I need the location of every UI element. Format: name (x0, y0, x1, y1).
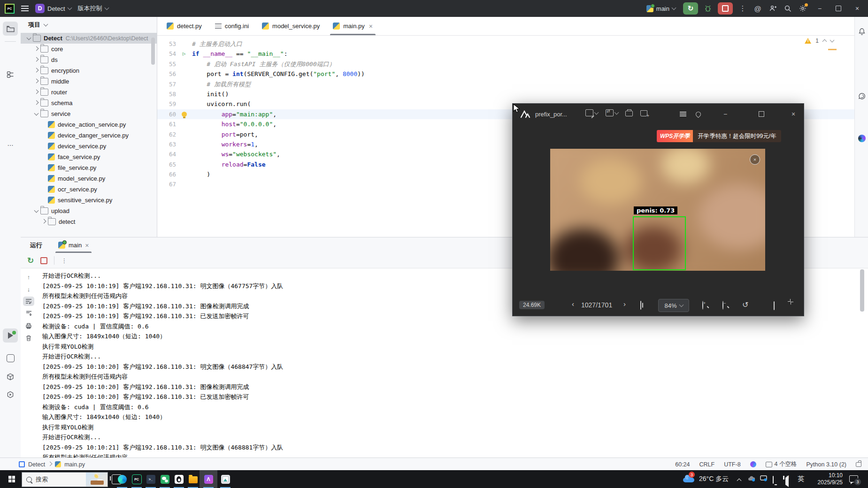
tree-item-detect[interactable]: detect (21, 216, 157, 227)
rerun-button[interactable]: ↻ (683, 2, 698, 15)
zoom-select[interactable]: 84% (658, 299, 689, 312)
breadcrumb-project[interactable]: Detect (28, 461, 45, 468)
tree-item-model_service.py[interactable]: model_service.py (21, 173, 157, 184)
run-line-icon[interactable]: ▷ (176, 49, 192, 59)
taskbar-search[interactable]: 搜索 (22, 472, 108, 487)
editor-tab-config.ini[interactable]: config.ini (208, 17, 255, 35)
tree-item-sensitive_service.py[interactable]: sensitive_service.py (21, 195, 157, 206)
zoom-out-icon[interactable]: − (722, 301, 723, 309)
search-everywhere-icon[interactable] (783, 3, 793, 14)
caret-position[interactable]: 60:24 (675, 461, 690, 468)
close-icon[interactable]: × (369, 23, 373, 30)
ai-chat-tool-button[interactable] (858, 92, 866, 100)
inspection-widget[interactable]: 1 (805, 38, 834, 44)
viewer-minimize-button[interactable]: − (718, 104, 732, 124)
tree-item-encryption[interactable]: encryption (21, 65, 157, 76)
zoom-in-icon[interactable]: + (702, 301, 703, 309)
editor-tab-detect.py[interactable]: detect.py (160, 17, 208, 35)
line-number[interactable]: 60 (157, 109, 176, 119)
rotate-icon[interactable]: ↺ (742, 300, 748, 309)
taskbar-app-qq[interactable] (172, 470, 186, 488)
plugin-pinwheel-icon[interactable] (858, 134, 866, 143)
input-language[interactable]: 英 (798, 475, 804, 483)
tree-item-core[interactable]: core (21, 44, 157, 54)
plugin-status-icon[interactable] (750, 461, 756, 467)
python-console-button[interactable] (3, 351, 18, 365)
taskbar-app-photos[interactable] (218, 470, 232, 488)
notifications-bell-icon[interactable] (858, 27, 866, 36)
structure-tool-button[interactable] (3, 68, 18, 82)
line-number[interactable]: 61 (157, 119, 176, 129)
line-number[interactable]: 53 (157, 39, 176, 49)
line-number[interactable]: 59 (157, 99, 176, 109)
line-number[interactable]: 58 (157, 89, 176, 99)
window-close-button[interactable]: × (850, 0, 864, 17)
taskbar-app-wechat[interactable] (158, 470, 172, 488)
fit-to-window-icon[interactable] (640, 301, 641, 309)
services-tool-button[interactable] (3, 388, 18, 402)
run-panel-title[interactable]: 运行 (30, 241, 42, 250)
taskbar-app-edge[interactable] (115, 470, 129, 488)
ai-assistant-icon[interactable]: @ (753, 3, 763, 14)
line-number[interactable]: 54 (157, 49, 176, 59)
tree-item-service[interactable]: service (21, 108, 157, 119)
tree-item-device_service.py[interactable]: device_service.py (21, 141, 157, 152)
tree-item-device_action_service.py[interactable]: device_action_service.py (21, 119, 157, 130)
tree-item-Detect[interactable]: DetectC:\Users\26460\Desktop\Detect (21, 33, 157, 44)
line-separator[interactable]: CRLF (699, 461, 715, 468)
taskbar-app-terminal[interactable]: >_ (144, 470, 158, 488)
run-config-selector[interactable]: main (646, 5, 676, 12)
main-menu-icon[interactable] (21, 6, 29, 11)
line-number[interactable]: 57 (157, 79, 176, 89)
taskbar-app-pycharm[interactable]: PC (130, 470, 144, 488)
taskbar-app-explorer[interactable] (186, 470, 200, 488)
project-widget[interactable]: D Detect (35, 4, 71, 13)
rerun-icon[interactable]: ↻ (27, 256, 34, 266)
taskbar-app-image-viewer[interactable]: Λ (200, 470, 217, 488)
more-tools-icon[interactable]: ⋯ (3, 138, 18, 152)
add-to-bag-button[interactable] (640, 109, 647, 116)
network-display-icon[interactable] (773, 476, 774, 483)
tree-item-face_service.py[interactable]: face_service.py (21, 152, 157, 162)
tree-item-ocr_service.py[interactable]: ocr_service.py (21, 184, 157, 195)
scroll-to-end-icon[interactable] (23, 309, 34, 318)
python-packages-button[interactable] (3, 370, 18, 384)
soft-wrap-icon[interactable] (23, 297, 34, 306)
stop-button[interactable] (718, 2, 733, 15)
print-icon[interactable] (23, 321, 34, 330)
code-line-56[interactable]: 56 port = int(SERVER_CONFIG.get("port", … (157, 69, 855, 79)
line-number[interactable]: 56 (157, 69, 176, 79)
more-actions-icon[interactable]: ⋮ (737, 3, 748, 14)
window-restore-button[interactable] (831, 0, 845, 17)
indent-widget[interactable]: 4 个空格 (766, 460, 797, 468)
settings-gear-icon[interactable] (798, 3, 808, 14)
console-scrollbar-thumb[interactable] (860, 269, 864, 312)
line-number[interactable]: 66 (157, 169, 176, 179)
tree-item-router[interactable]: router (21, 87, 157, 98)
intention-bulb-icon[interactable] (176, 109, 192, 119)
next-image-icon[interactable]: › (623, 300, 626, 308)
close-icon[interactable]: × (85, 242, 89, 249)
screen-cast-icon[interactable] (760, 475, 767, 481)
cloud-sync-icon[interactable] (748, 476, 755, 481)
code-line-55[interactable]: 55 # 启动 FastAPI 主服务（仅使用8000端口） (157, 59, 855, 69)
code-line-54[interactable]: 54▷if __name__ == "__main__": (157, 49, 855, 59)
line-number[interactable]: 67 (157, 179, 176, 189)
code-line-53[interactable]: 53# 主服务启动入口 (157, 39, 855, 49)
prev-problem-icon[interactable] (822, 39, 827, 44)
weather-temp[interactable]: 26°C 多云 (699, 475, 729, 483)
pin-icon[interactable] (691, 104, 705, 124)
clock[interactable]: 10:10 2025/9/25 (811, 472, 843, 486)
lock-open-icon[interactable] (856, 462, 861, 467)
viewer-close-button[interactable]: × (786, 104, 800, 124)
viewer-maximize-button[interactable] (754, 104, 768, 124)
more-options-icon[interactable]: ⋮ (61, 257, 67, 264)
thumbnail-strip-icon[interactable] (774, 302, 775, 310)
tree-item-file_service.py[interactable]: file_service.py (21, 162, 157, 173)
dismiss-circle-icon[interactable]: × (750, 154, 760, 165)
stop-icon[interactable] (40, 257, 47, 264)
editor-tab-main.py[interactable]: main.py× (326, 17, 379, 35)
run-tool-button[interactable] (3, 328, 18, 343)
window-minimize-button[interactable]: − (813, 0, 827, 17)
vcs-widget[interactable]: 版本控制 (78, 4, 108, 13)
